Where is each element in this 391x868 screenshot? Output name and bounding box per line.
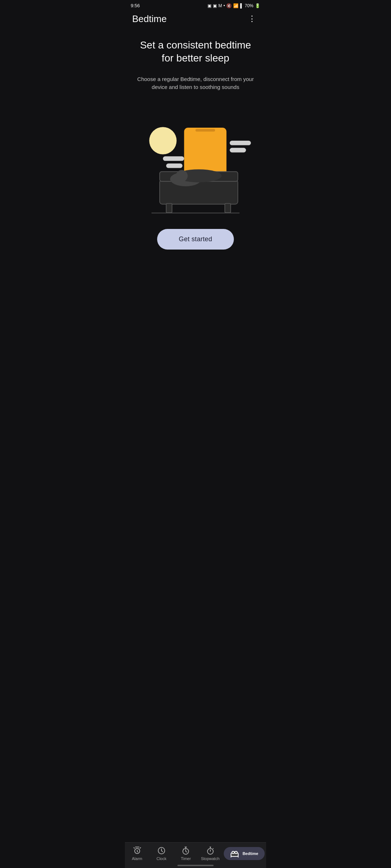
get-started-button[interactable]: Get started [157,229,234,250]
main-content: Set a consistent bedtime for better slee… [125,28,266,218]
svg-point-11 [176,170,188,182]
main-subtext: Choose a regular Bedtime, disconnect fro… [134,75,257,92]
more-options-icon[interactable]: ⋮ [245,13,259,25]
nosound-icon: 🔇 [226,3,232,8]
battery-icon: 🔋 [255,3,260,8]
svg-rect-7 [160,180,238,204]
gmail-icon: M [218,3,222,8]
top-bar: Bedtime ⋮ [125,10,266,28]
svg-point-0 [149,127,177,154]
main-headline: Set a consistent bedtime for better slee… [134,39,257,65]
svg-rect-4 [230,148,246,153]
sim-icon: ▣ [213,3,217,8]
svg-rect-5 [163,156,184,161]
signal-icon: ▌ [240,3,243,8]
page-title: Bedtime [132,13,167,25]
wifi-icon: 📶 [233,3,239,8]
status-time: 9:56 [131,3,140,8]
svg-rect-12 [166,203,172,212]
status-icons: ▣ ▣ M • 🔇 📶 ▌ 70% 🔋 [207,3,260,8]
bedtime-illustration [134,102,257,218]
cta-container: Get started [125,218,266,257]
data-icon: ▣ [207,3,211,8]
dot-icon: • [223,3,225,8]
svg-rect-3 [230,141,251,145]
status-bar: 9:56 ▣ ▣ M • 🔇 📶 ▌ 70% 🔋 [125,0,266,10]
svg-rect-13 [225,203,231,212]
svg-rect-2 [196,129,215,131]
svg-rect-6 [166,163,182,168]
battery-text: 70% [245,3,253,8]
